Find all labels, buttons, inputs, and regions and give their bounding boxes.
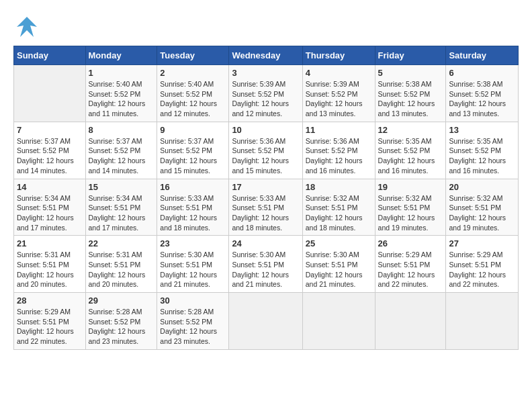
day-info: Sunrise: 5:34 AMSunset: 5:51 PMDaylight:…	[89, 193, 154, 233]
calendar-cell	[446, 293, 519, 350]
logo-icon	[13, 13, 40, 40]
calendar-week-row: 7Sunrise: 5:37 AMSunset: 5:52 PMDaylight…	[14, 122, 519, 179]
day-number: 17	[232, 182, 299, 192]
calendar-cell: 17Sunrise: 5:33 AMSunset: 5:51 PMDayligh…	[229, 179, 302, 236]
calendar-cell	[229, 293, 302, 350]
calendar-cell: 28Sunrise: 5:29 AMSunset: 5:51 PMDayligh…	[14, 293, 86, 350]
day-info: Sunrise: 5:30 AMSunset: 5:51 PMDaylight:…	[160, 250, 226, 289]
day-info: Sunrise: 5:36 AMSunset: 5:52 PMDaylight:…	[306, 136, 372, 176]
calendar-cell: 9Sunrise: 5:37 AMSunset: 5:52 PMDaylight…	[157, 122, 229, 179]
header-tuesday: Tuesday	[157, 46, 229, 65]
logo	[13, 13, 40, 40]
calendar-cell: 30Sunrise: 5:28 AMSunset: 5:52 PMDayligh…	[157, 293, 229, 350]
calendar-cell: 3Sunrise: 5:39 AMSunset: 5:52 PMDaylight…	[229, 65, 302, 122]
header-saturday: Saturday	[446, 46, 519, 65]
day-number: 11	[306, 125, 372, 135]
day-number: 13	[449, 125, 515, 135]
day-info: Sunrise: 5:29 AMSunset: 5:51 PMDaylight:…	[378, 250, 443, 289]
calendar-cell: 24Sunrise: 5:30 AMSunset: 5:51 PMDayligh…	[229, 236, 302, 293]
calendar-cell: 16Sunrise: 5:33 AMSunset: 5:51 PMDayligh…	[157, 179, 229, 236]
day-number: 9	[160, 125, 226, 135]
calendar-cell: 22Sunrise: 5:31 AMSunset: 5:51 PMDayligh…	[85, 236, 157, 293]
calendar-week-row: 1Sunrise: 5:40 AMSunset: 5:52 PMDaylight…	[14, 65, 519, 122]
day-number: 20	[449, 182, 515, 192]
header-wednesday: Wednesday	[229, 46, 302, 65]
day-info: Sunrise: 5:28 AMSunset: 5:52 PMDaylight:…	[160, 307, 226, 347]
calendar-cell	[14, 65, 86, 122]
day-info: Sunrise: 5:32 AMSunset: 5:51 PMDaylight:…	[306, 193, 372, 233]
calendar-cell: 6Sunrise: 5:38 AMSunset: 5:52 PMDaylight…	[446, 65, 519, 122]
calendar-header-row: SundayMondayTuesdayWednesdayThursdayFrid…	[14, 46, 519, 65]
day-number: 14	[17, 182, 83, 192]
day-number: 22	[89, 238, 154, 248]
svg-marker-0	[17, 17, 37, 37]
day-number: 5	[378, 68, 443, 78]
day-info: Sunrise: 5:40 AMSunset: 5:52 PMDaylight:…	[89, 79, 154, 119]
day-info: Sunrise: 5:31 AMSunset: 5:51 PMDaylight:…	[17, 250, 83, 289]
header-sunday: Sunday	[14, 46, 86, 65]
calendar-cell: 5Sunrise: 5:38 AMSunset: 5:52 PMDaylight…	[375, 65, 446, 122]
day-number: 8	[89, 125, 154, 135]
calendar-cell: 15Sunrise: 5:34 AMSunset: 5:51 PMDayligh…	[85, 179, 157, 236]
day-info: Sunrise: 5:32 AMSunset: 5:51 PMDaylight:…	[378, 193, 443, 233]
day-info: Sunrise: 5:35 AMSunset: 5:52 PMDaylight:…	[378, 136, 443, 176]
calendar-cell	[375, 293, 446, 350]
calendar-cell: 2Sunrise: 5:40 AMSunset: 5:52 PMDaylight…	[157, 65, 229, 122]
page-header	[13, 13, 519, 40]
calendar-cell: 12Sunrise: 5:35 AMSunset: 5:52 PMDayligh…	[375, 122, 446, 179]
calendar-cell: 27Sunrise: 5:29 AMSunset: 5:51 PMDayligh…	[446, 236, 519, 293]
day-number: 10	[232, 125, 299, 135]
day-info: Sunrise: 5:40 AMSunset: 5:52 PMDaylight:…	[160, 79, 226, 119]
calendar-cell: 14Sunrise: 5:34 AMSunset: 5:51 PMDayligh…	[14, 179, 86, 236]
day-info: Sunrise: 5:30 AMSunset: 5:51 PMDaylight:…	[232, 250, 299, 289]
day-info: Sunrise: 5:37 AMSunset: 5:52 PMDaylight:…	[17, 136, 83, 176]
calendar-cell: 20Sunrise: 5:32 AMSunset: 5:51 PMDayligh…	[446, 179, 519, 236]
day-info: Sunrise: 5:28 AMSunset: 5:52 PMDaylight:…	[89, 307, 154, 347]
day-info: Sunrise: 5:38 AMSunset: 5:52 PMDaylight:…	[449, 79, 515, 119]
calendar-week-row: 28Sunrise: 5:29 AMSunset: 5:51 PMDayligh…	[14, 293, 519, 350]
day-info: Sunrise: 5:38 AMSunset: 5:52 PMDaylight:…	[378, 79, 443, 119]
calendar-cell: 1Sunrise: 5:40 AMSunset: 5:52 PMDaylight…	[85, 65, 157, 122]
day-info: Sunrise: 5:37 AMSunset: 5:52 PMDaylight:…	[160, 136, 226, 176]
day-number: 1	[89, 68, 154, 78]
day-info: Sunrise: 5:39 AMSunset: 5:52 PMDaylight:…	[232, 79, 299, 119]
day-number: 7	[17, 125, 83, 135]
day-number: 2	[160, 68, 226, 78]
day-number: 6	[449, 68, 515, 78]
calendar-cell: 23Sunrise: 5:30 AMSunset: 5:51 PMDayligh…	[157, 236, 229, 293]
day-number: 25	[306, 238, 372, 248]
calendar-cell: 25Sunrise: 5:30 AMSunset: 5:51 PMDayligh…	[302, 236, 375, 293]
calendar-cell: 29Sunrise: 5:28 AMSunset: 5:52 PMDayligh…	[85, 293, 157, 350]
day-number: 12	[378, 125, 443, 135]
day-info: Sunrise: 5:30 AMSunset: 5:51 PMDaylight:…	[306, 250, 372, 289]
day-number: 15	[89, 182, 154, 192]
calendar-cell: 19Sunrise: 5:32 AMSunset: 5:51 PMDayligh…	[375, 179, 446, 236]
day-info: Sunrise: 5:37 AMSunset: 5:52 PMDaylight:…	[89, 136, 154, 176]
calendar-week-row: 21Sunrise: 5:31 AMSunset: 5:51 PMDayligh…	[14, 236, 519, 293]
calendar-week-row: 14Sunrise: 5:34 AMSunset: 5:51 PMDayligh…	[14, 179, 519, 236]
day-number: 29	[89, 295, 154, 306]
calendar-cell: 21Sunrise: 5:31 AMSunset: 5:51 PMDayligh…	[14, 236, 86, 293]
day-number: 30	[160, 295, 226, 306]
day-number: 27	[449, 238, 515, 248]
day-info: Sunrise: 5:29 AMSunset: 5:51 PMDaylight:…	[449, 250, 515, 289]
calendar-cell	[302, 293, 375, 350]
calendar-cell: 8Sunrise: 5:37 AMSunset: 5:52 PMDaylight…	[85, 122, 157, 179]
calendar-cell: 13Sunrise: 5:35 AMSunset: 5:52 PMDayligh…	[446, 122, 519, 179]
day-info: Sunrise: 5:39 AMSunset: 5:52 PMDaylight:…	[306, 79, 372, 119]
day-number: 21	[17, 238, 83, 248]
header-friday: Friday	[375, 46, 446, 65]
calendar-table: SundayMondayTuesdayWednesdayThursdayFrid…	[13, 46, 519, 350]
day-info: Sunrise: 5:32 AMSunset: 5:51 PMDaylight:…	[449, 193, 515, 233]
calendar-cell: 11Sunrise: 5:36 AMSunset: 5:52 PMDayligh…	[302, 122, 375, 179]
calendar-cell: 18Sunrise: 5:32 AMSunset: 5:51 PMDayligh…	[302, 179, 375, 236]
day-info: Sunrise: 5:36 AMSunset: 5:52 PMDaylight:…	[232, 136, 299, 176]
calendar-cell: 26Sunrise: 5:29 AMSunset: 5:51 PMDayligh…	[375, 236, 446, 293]
day-info: Sunrise: 5:35 AMSunset: 5:52 PMDaylight:…	[449, 136, 515, 176]
day-number: 16	[160, 182, 226, 192]
calendar-cell: 4Sunrise: 5:39 AMSunset: 5:52 PMDaylight…	[302, 65, 375, 122]
day-number: 3	[232, 68, 299, 78]
header-monday: Monday	[85, 46, 157, 65]
day-number: 26	[378, 238, 443, 248]
day-number: 23	[160, 238, 226, 248]
